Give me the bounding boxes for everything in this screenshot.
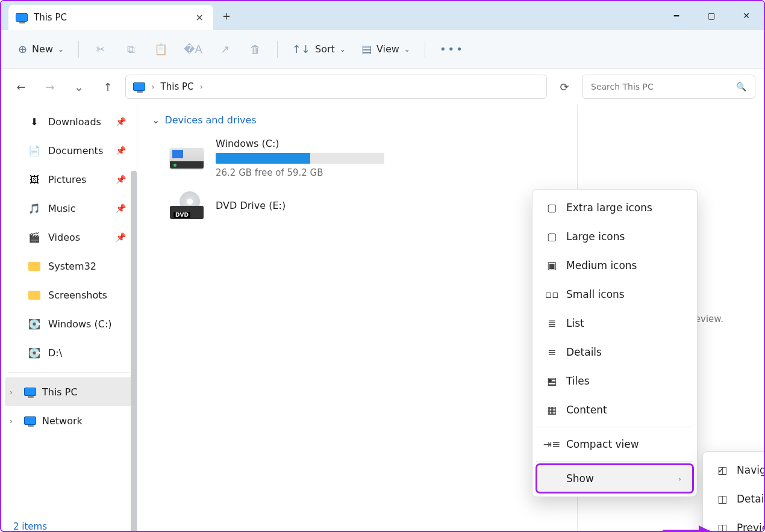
menu-item-content[interactable]: ▦Content (536, 395, 693, 424)
chevron-right-icon: › (151, 82, 155, 91)
file-area: ⌄ Devices and drives Windows (C:)26.2 GB… (137, 105, 577, 532)
pin-icon: 📌 (116, 146, 126, 155)
tree-item-network[interactable]: ›Network (1, 406, 137, 435)
copy-button[interactable]: ⧉ (117, 36, 144, 63)
chevron-right-icon[interactable]: › (10, 388, 18, 397)
chevron-down-icon: ⌄ (340, 45, 346, 54)
menu-item-details[interactable]: ≡Details (536, 338, 693, 367)
menu-item-extra-large-icons[interactable]: ▢Extra large icons (536, 193, 693, 222)
titlebar: This PC ✕ ＋ ━ ▢ ✕ (1, 1, 764, 30)
maximize-button[interactable]: ▢ (694, 1, 729, 30)
chevron-right-icon: › (678, 474, 681, 483)
delete-button[interactable]: 🗑 (242, 36, 269, 63)
search-input[interactable]: Search This PC 🔍 (582, 75, 755, 99)
tab-close-icon[interactable]: ✕ (193, 10, 206, 26)
menu-item-compact-view[interactable]: ⇥≡ Compact view (536, 430, 693, 459)
more-button[interactable]: ••• (434, 36, 470, 63)
close-window-button[interactable]: ✕ (729, 1, 764, 30)
share-icon: ↗ (220, 43, 230, 55)
sidebar-item-system32[interactable]: System32 (1, 252, 137, 280)
breadcrumb[interactable]: This PC (161, 81, 194, 92)
sort-button[interactable]: ↑↓ Sort ⌄ (286, 36, 352, 63)
menu-item-details-pane[interactable]: ◫Details pane (707, 484, 765, 513)
view-button[interactable]: ▤ View ⌄ (355, 36, 416, 63)
new-tab-button[interactable]: ＋ (213, 1, 240, 30)
pane-icon: ◫ (715, 464, 729, 476)
pin-icon: 📌 (116, 232, 126, 242)
cut-button[interactable]: ✂ (87, 36, 114, 63)
scrollbar-thumb[interactable] (131, 171, 137, 532)
list-icon: ≣ (545, 317, 559, 329)
menu-item-small-icons[interactable]: ▫▫Small icons (536, 280, 693, 309)
menu-item-list[interactable]: ≣List (536, 309, 693, 338)
sort-icon: ↑↓ (292, 43, 310, 55)
menu-item-tiles[interactable]: ▤Tiles (536, 367, 693, 395)
forward-button[interactable]: → (39, 75, 61, 98)
drive2-icon: 💽 (28, 347, 41, 359)
disk-drive-icon (170, 148, 204, 169)
dvd-drive-icon: DVD (170, 195, 204, 219)
drive-dvd-drive-e-[interactable]: DVDDVD Drive (E:) (170, 195, 563, 219)
drive-icon: 💽 (28, 318, 41, 330)
lg-icon: ▢ (545, 230, 559, 243)
this-pc-icon (24, 388, 36, 396)
pane-icon: ◫ (715, 493, 729, 505)
drive-windows-c-[interactable]: Windows (C:)26.2 GB free of 59.2 GB (170, 138, 563, 178)
chevron-down-icon: ⌄ (58, 45, 64, 54)
sidebar-item-d-[interactable]: 💽D:\ (1, 338, 137, 367)
sidebar-item-videos[interactable]: 🎬Videos📌 (1, 223, 137, 252)
video-icon: 🎬 (28, 232, 41, 243)
minimize-button[interactable]: ━ (659, 1, 694, 30)
compact-icon: ⇥≡ (545, 438, 559, 450)
search-placeholder: Search This PC (591, 82, 654, 91)
up-button[interactable]: ↑ (96, 75, 119, 98)
plus-circle-icon: ⊕ (18, 43, 27, 55)
tab-title: This PC (34, 12, 67, 23)
sidebar-item-windows-c-[interactable]: 💽Windows (C:) (1, 309, 137, 338)
menu-item-medium-icons[interactable]: ▣Medium icons (536, 251, 693, 280)
recent-locations-button[interactable]: ⌄ (67, 75, 90, 98)
pin-icon: 📌 (116, 117, 126, 126)
annotation-arrow-icon (663, 522, 717, 532)
this-pc-icon (16, 13, 28, 22)
search-icon: 🔍 (736, 82, 746, 91)
group-header[interactable]: ⌄ Devices and drives (152, 114, 563, 126)
chevron-down-icon: ⌄ (404, 45, 410, 54)
address-bar[interactable]: › This PC › (125, 75, 547, 99)
sidebar-item-music[interactable]: 🎵Music📌 (1, 194, 137, 223)
sm-icon: ▫▫ (545, 288, 559, 300)
view-menu: ▢Extra large icons▢Large icons▣Medium ic… (532, 189, 698, 497)
sidebar-item-screenshots[interactable]: Screenshots (1, 280, 137, 309)
chevron-right-icon[interactable]: › (200, 82, 204, 91)
sidebar-item-downloads[interactable]: ⬇Downloads📌 (1, 107, 137, 136)
chevron-right-icon[interactable]: › (10, 416, 18, 425)
tree-item-this-pc[interactable]: ›This PC (5, 377, 133, 406)
menu-item-navigation-pane[interactable]: ✓◫Navigation pane (707, 456, 765, 484)
tiles-icon: ▤ (545, 375, 559, 387)
toolbar: ⊕ New ⌄ ✂ ⧉ 📋 �A ↗ 🗑 ↑↓ Sort ⌄ ▤ View ⌄ … (1, 30, 764, 69)
download-icon: ⬇ (28, 116, 41, 128)
back-button[interactable]: ← (10, 75, 33, 98)
sidebar-item-documents[interactable]: 📄Documents📌 (1, 136, 137, 165)
pane-icon: ◫ (715, 522, 729, 532)
ellipsis-icon: ••• (440, 43, 464, 55)
this-pc-icon (133, 82, 145, 91)
rename-button[interactable]: �A (178, 36, 208, 63)
chevron-down-icon: ⌄ (152, 114, 160, 126)
refresh-button[interactable]: ⟳ (553, 75, 576, 98)
menu-item-show[interactable]: Show › (536, 464, 693, 493)
folder-icon (28, 262, 41, 271)
folder-icon (28, 291, 41, 300)
rename-icon: �A (184, 43, 202, 55)
pic-icon: 🖼 (28, 174, 41, 185)
menu-item-large-icons[interactable]: ▢Large icons (536, 222, 693, 251)
status-bar-text: 2 items (13, 521, 47, 532)
xl-icon: ▢ (545, 202, 559, 214)
details-icon: ≡ (545, 346, 559, 358)
paste-button[interactable]: 📋 (148, 36, 174, 63)
share-button[interactable]: ↗ (212, 36, 239, 63)
new-button[interactable]: ⊕ New ⌄ (12, 36, 70, 63)
tab-this-pc[interactable]: This PC ✕ (8, 5, 213, 30)
sidebar: ⬇Downloads📌📄Documents📌🖼Pictures📌🎵Music📌🎬… (1, 105, 137, 532)
sidebar-item-pictures[interactable]: 🖼Pictures📌 (1, 165, 137, 194)
